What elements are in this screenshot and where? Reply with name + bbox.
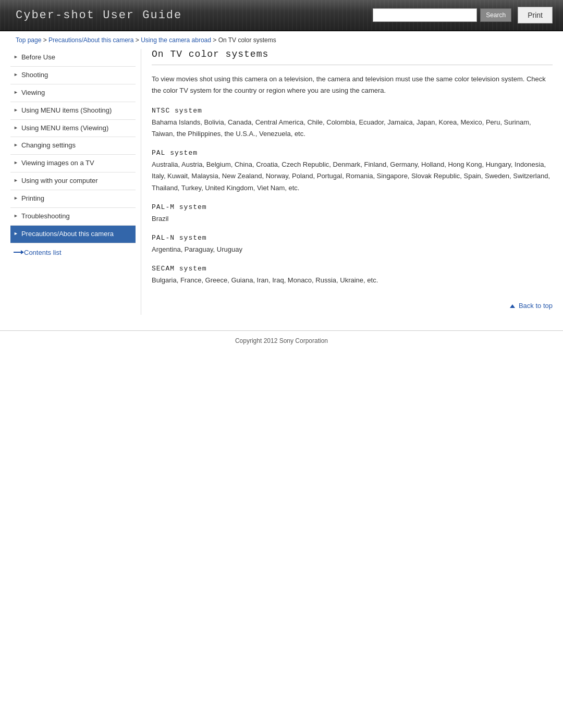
sidebar-item-viewing-tv[interactable]: ► Viewing images on a TV [10,155,136,172]
search-input[interactable] [373,8,477,22]
breadcrumb-current: On TV color systems [218,36,276,44]
sidebar-item-changing-settings[interactable]: ► Changing settings [10,137,136,155]
content-area: On TV color systems To view movies shot … [141,49,553,315]
sidebar-item-viewing[interactable]: ► Viewing [10,84,136,102]
breadcrumb-link-0[interactable]: Top page [16,36,41,44]
arrow-icon-9: ► [14,213,18,219]
system-pal-n: PAL-N system Argentina, Paraguay, Urugua… [152,234,553,255]
breadcrumb-link-1[interactable]: Precautions/About this camera [48,36,133,44]
secam-countries: Bulgaria, France, Greece, Guiana, Iran, … [152,275,553,286]
sidebar-label-10: Precautions/About this camera [21,230,114,239]
sidebar-item-before-use[interactable]: ► Before Use [10,49,136,67]
site-title: Cyber-shot User Guide [0,9,182,22]
header: Cyber-shot User Guide Search Print [0,0,563,31]
arrow-icon-7: ► [14,178,18,184]
contents-list-link[interactable]: Contents list [10,243,136,262]
ntsc-title: NTSC system [152,107,553,115]
arrow-icon-5: ► [14,142,18,149]
sidebar: ► Before Use ► Shooting ► Viewing ► Usin… [10,49,141,315]
breadcrumb-sep-1: > [136,36,141,44]
system-pal: PAL system Australia, Austria, Belgium, … [152,149,553,193]
arrow-icon-2: ► [14,90,18,96]
intro-paragraph: To view movies shot using this camera on… [152,73,553,96]
contents-list-label: Contents list [24,249,62,256]
print-button[interactable]: Print [518,7,553,23]
sidebar-label-8: Printing [21,194,44,203]
pal-countries: Australia, Austria, Belgium, China, Croa… [152,159,553,193]
breadcrumb-sep-0: > [43,36,48,44]
arrow-icon-3: ► [14,107,18,114]
pal-n-countries: Argentina, Paraguay, Uruguay [152,244,553,255]
pal-title: PAL system [152,149,553,157]
pal-m-countries: Brazil [152,213,553,225]
ntsc-countries: Bahama Islands, Bolivia, Canada, Central… [152,117,553,140]
sidebar-label-5: Changing settings [21,141,76,150]
copyright-text: Copyright 2012 Sony Corporation [235,337,328,344]
search-button[interactable]: Search [480,8,511,22]
sidebar-label-1: Shooting [21,71,48,80]
page-title: On TV color systems [152,49,553,65]
arrow-icon-4: ► [14,125,18,131]
system-pal-m: PAL-M system Brazil [152,203,553,225]
sidebar-label-3: Using MENU items (Shooting) [21,106,112,115]
breadcrumb: Top page > Precautions/About this camera… [0,31,563,49]
footer: Copyright 2012 Sony Corporation [0,330,563,351]
arrow-icon-8: ► [14,195,18,202]
sidebar-item-computer[interactable]: ► Using with your computer [10,172,136,190]
search-area: Search Print [373,7,563,23]
secam-title: SECAM system [152,265,553,273]
breadcrumb-link-2[interactable]: Using the camera abroad [141,36,211,44]
back-to-top-link[interactable]: Back to top [510,302,553,310]
sidebar-label-6: Viewing images on a TV [21,159,94,168]
sidebar-item-troubleshooting[interactable]: ► Troubleshooting [10,208,136,226]
sidebar-label-0: Before Use [21,53,55,62]
arrow-icon-0: ► [14,54,18,60]
sidebar-item-menu-shooting[interactable]: ► Using MENU items (Shooting) [10,102,136,120]
sidebar-item-precautions[interactable]: ► Precautions/About this camera [10,226,136,243]
system-ntsc: NTSC system Bahama Islands, Bolivia, Can… [152,107,553,140]
back-to-top-area: Back to top [152,297,553,315]
sidebar-label-4: Using MENU items (Viewing) [21,124,108,133]
sidebar-label-2: Viewing [21,89,45,97]
sidebar-label-7: Using with your computer [21,177,98,186]
system-secam: SECAM system Bulgaria, France, Greece, G… [152,265,553,286]
arrow-icon-6: ► [14,160,18,166]
breadcrumb-sep-2: > [213,36,218,44]
pal-n-title: PAL-N system [152,234,553,242]
back-triangle-icon [510,304,515,308]
sidebar-item-menu-viewing[interactable]: ► Using MENU items (Viewing) [10,120,136,138]
arrow-icon-1: ► [14,72,18,78]
back-to-top-label: Back to top [519,302,553,310]
sidebar-item-printing[interactable]: ► Printing [10,190,136,208]
arrow-icon-10: ► [14,231,18,237]
main-layout: ► Before Use ► Shooting ► Viewing ► Usin… [0,49,563,325]
sidebar-label-9: Troubleshooting [21,212,70,221]
sidebar-item-shooting[interactable]: ► Shooting [10,67,136,84]
pal-m-title: PAL-M system [152,203,553,211]
contents-arrow-icon [14,252,22,253]
